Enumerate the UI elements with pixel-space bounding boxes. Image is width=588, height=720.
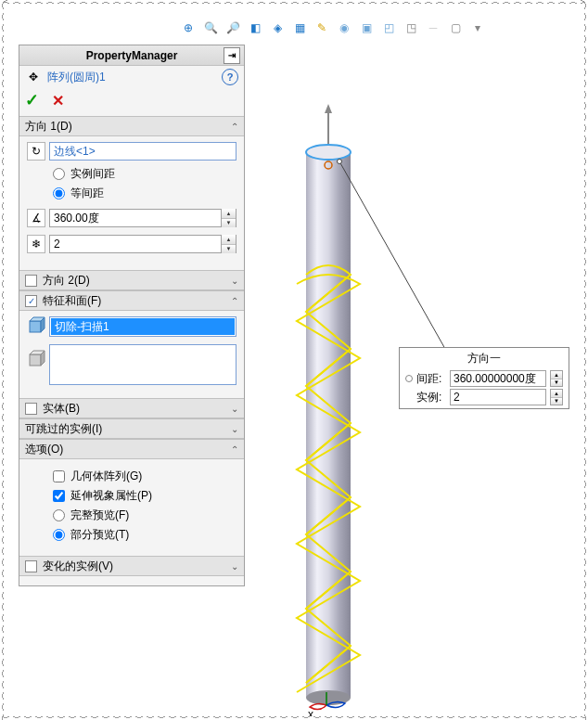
section-options-body: 几何体阵列(G) 延伸视象属性(P) 完整预览(F) 部分预览(T): [19, 459, 244, 556]
zoom-fit-icon[interactable]: ⊕: [180, 19, 197, 36]
angle-input[interactable]: 360.00度 ▲▼: [49, 209, 236, 227]
propagate-visual-checkbox[interactable]: [53, 490, 65, 502]
section-direction1-title: 方向 1(D): [25, 119, 72, 135]
section-direction1-body: ↻ 边线<1> 实例间距 等间距 ∡ 360.00度 ▲▼ ❄ 2 ▲▼: [19, 136, 244, 270]
svg-point-9: [306, 145, 351, 160]
callout-instances-spinner[interactable]: ▲▼: [550, 389, 563, 405]
partial-preview-radio[interactable]: [53, 529, 65, 541]
property-manager-panel: PropertyManager ⇥ ✥ 阵列(圆周)1 ? ✓ ✕ 方向 1(D…: [19, 45, 245, 586]
section-skip-header[interactable]: 可跳过的实例(I) ⌄: [19, 418, 244, 439]
faces-list[interactable]: [49, 344, 236, 385]
section-features-header[interactable]: ✓ 特征和面(F) ⌃: [19, 290, 244, 311]
svg-text:x: x: [308, 708, 313, 716]
circular-pattern-icon: ✥: [25, 69, 42, 85]
cancel-button[interactable]: ✕: [52, 92, 64, 109]
panel-title: PropertyManager: [86, 49, 178, 62]
callout-instances-input[interactable]: 2: [450, 389, 546, 405]
section-direction1-header[interactable]: 方向 1(D) ⌃: [19, 116, 244, 136]
chevron-up-icon: ⌃: [231, 444, 238, 455]
chevron-down-icon: ⌄: [231, 424, 238, 434]
axis-select[interactable]: 边线<1>: [49, 142, 236, 161]
section-direction2-header[interactable]: 方向 2(D) ⌄: [19, 270, 244, 290]
callout-instances-label: 实例:: [416, 390, 446, 405]
features-list[interactable]: 切除-扫描1: [49, 316, 236, 337]
section-options-header[interactable]: 选项(O) ⌃: [19, 439, 244, 459]
display-icon[interactable]: ▢: [447, 19, 464, 36]
count-spinner[interactable]: ▲▼: [221, 235, 236, 253]
features-checkbox[interactable]: ✓: [25, 295, 37, 307]
section-skip-title: 可跳过的实例(I): [25, 421, 102, 437]
chevron-down-icon: ⌄: [231, 276, 238, 286]
view-orientation-icon[interactable]: ◈: [269, 19, 286, 36]
svg-marker-7: [325, 104, 332, 113]
svg-rect-3: [30, 354, 41, 366]
view-settings-icon[interactable]: ◰: [380, 19, 397, 36]
chevron-up-icon: ⌃: [231, 296, 238, 306]
edit-appearance-icon[interactable]: ◉: [336, 19, 352, 36]
section-bodies-title: 实体(B): [43, 401, 80, 417]
ok-button[interactable]: ✓: [25, 90, 39, 110]
apply-scene-icon[interactable]: ▣: [358, 19, 375, 36]
angle-icon: ∡: [27, 209, 45, 227]
geometry-pattern-checkbox[interactable]: [53, 470, 65, 482]
callout-spacing-input[interactable]: 360.00000000度: [450, 370, 546, 387]
face-icon: [27, 350, 45, 368]
zoom-area-icon[interactable]: 🔍: [202, 19, 219, 36]
feature-icon: [27, 316, 45, 335]
section-vary-header[interactable]: 变化的实例(V) ⌄: [19, 556, 244, 576]
top-toolbar: ⊕ 🔍 🔎 ◧ ◈ ▦ ✎ ◉ ▣ ◰ ◳ ─ ▢ ▾: [180, 17, 486, 39]
callout-title: 方向一: [405, 351, 563, 368]
feature-title-row: ✥ 阵列(圆周)1 ?: [19, 66, 244, 88]
chevron-down-icon: ⌄: [231, 561, 238, 572]
full-preview-radio[interactable]: [53, 509, 65, 521]
help-icon[interactable]: ?: [222, 69, 238, 85]
count-icon: ❄: [27, 235, 45, 253]
section-features-body: 切除-扫描1: [19, 311, 244, 398]
separator-icon: ─: [425, 19, 441, 36]
display-style-icon[interactable]: ▦: [291, 19, 308, 36]
count-input[interactable]: 2 ▲▼: [49, 235, 236, 253]
section-options-title: 选项(O): [25, 442, 63, 457]
section-vary-title: 变化的实例(V): [43, 559, 113, 574]
panel-header: PropertyManager ⇥: [19, 45, 244, 66]
section-direction2-title: 方向 2(D): [43, 273, 90, 289]
section-bodies-header[interactable]: 实体(B) ⌄: [19, 398, 244, 418]
svg-point-13: [338, 160, 342, 164]
instance-spacing-radio[interactable]: [53, 168, 65, 180]
chevron-up-icon: ⌃: [231, 122, 238, 132]
direction2-checkbox[interactable]: [25, 275, 37, 287]
callout-spacing-label: 间距:: [416, 371, 446, 387]
zoom-prev-icon[interactable]: 🔎: [224, 19, 241, 36]
equal-spacing-radio[interactable]: [53, 187, 65, 199]
svg-line-12: [339, 161, 445, 349]
feature-name: 阵列(圆周)1: [47, 70, 216, 85]
viewport-3d[interactable]: x 方向一 间距: 360.00000000度 ▲▼ 实例: 2 ▲▼: [254, 52, 575, 707]
direction-callout: 方向一 间距: 360.00000000度 ▲▼ 实例: 2 ▲▼: [399, 347, 569, 409]
cube-icon[interactable]: ◳: [403, 19, 419, 36]
pin-icon[interactable]: ⇥: [224, 47, 240, 64]
callout-spacing-spinner[interactable]: ▲▼: [550, 370, 563, 387]
confirm-bar: ✓ ✕: [19, 88, 244, 116]
angle-spinner[interactable]: ▲▼: [221, 209, 236, 227]
svg-rect-0: [30, 321, 41, 332]
dropdown-icon[interactable]: ▾: [469, 19, 486, 36]
callout-handle-icon[interactable]: [405, 375, 413, 382]
section-features-title: 特征和面(F): [43, 293, 101, 309]
chevron-down-icon: ⌄: [231, 404, 238, 414]
section-view-icon[interactable]: ◧: [247, 19, 263, 36]
hide-show-icon[interactable]: ✎: [313, 19, 330, 36]
feature-item[interactable]: 切除-扫描1: [51, 318, 235, 335]
vary-checkbox[interactable]: [25, 560, 37, 572]
reverse-direction-icon[interactable]: ↻: [27, 142, 45, 161]
bodies-checkbox[interactable]: [25, 403, 37, 415]
svg-rect-8: [306, 152, 351, 698]
